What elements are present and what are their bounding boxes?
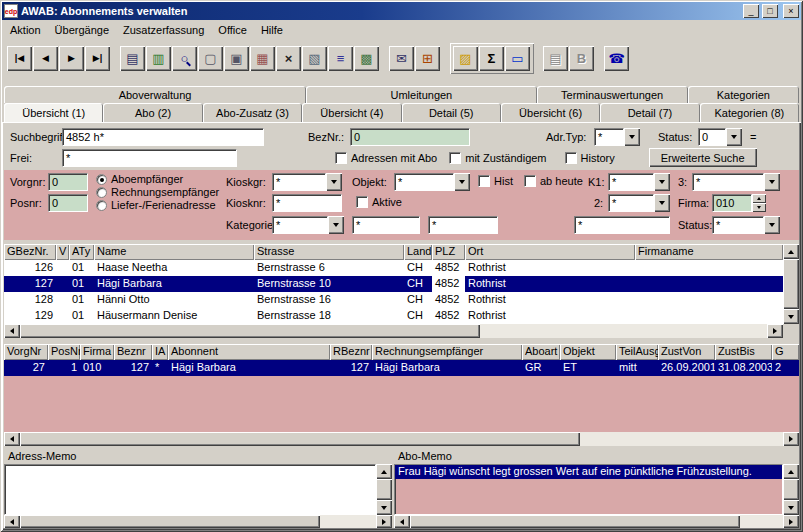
scrollbar-thumb[interactable]: [20, 515, 320, 528]
address-table-hscrollbar[interactable]: [4, 324, 783, 338]
tab-aboverwaltung[interactable]: Aboverwaltung: [4, 86, 306, 103]
firma-input[interactable]: 010: [712, 194, 752, 212]
scrollbar-track[interactable]: [320, 515, 376, 528]
adress-memo-vscrollbar[interactable]: [376, 464, 392, 515]
status-dropdown-button[interactable]: [726, 128, 742, 146]
filter-extra1-input[interactable]: *: [352, 216, 420, 234]
scrollbar-track[interactable]: [740, 515, 783, 528]
previous-record-button[interactable]: ◀: [33, 46, 58, 71]
abo-table-hscrollbar[interactable]: [4, 432, 799, 446]
table-row[interactable]: 129 01 Häusermann Denise Bernstrasse 18 …: [4, 308, 783, 324]
k1-dropdown-button[interactable]: [654, 173, 670, 191]
scroll-up-button[interactable]: [783, 244, 799, 259]
scrollbar-track[interactable]: [480, 324, 767, 338]
tab-abo-2[interactable]: Abo (2): [103, 103, 202, 122]
scroll-left-button[interactable]: [4, 324, 20, 338]
kategorie-value[interactable]: *: [272, 216, 328, 234]
abo-memo-vscrollbar[interactable]: [783, 464, 799, 515]
kioskgr-dropdown-button[interactable]: [326, 173, 342, 191]
copy-record-button[interactable]: ▣: [224, 46, 249, 71]
column-header[interactable]: IA: [152, 344, 168, 360]
frei-input[interactable]: *: [62, 149, 237, 167]
tab-kategorien[interactable]: Kategorien: [688, 86, 799, 103]
liefer-ferienadresse-radio[interactable]: Liefer-/Ferienadresse: [96, 199, 216, 211]
firma-spinner-up-button[interactable]: [752, 194, 766, 203]
adrtyp-dropdown-button[interactable]: [624, 128, 640, 146]
column-header[interactable]: RBeznr: [330, 344, 372, 360]
table-row[interactable]: 126 01 Haase Neetha Bernstrasse 6 CH 485…: [4, 260, 783, 276]
tab-uebersicht-4[interactable]: Übersicht (4): [302, 103, 401, 122]
close-button[interactable]: ×: [783, 4, 799, 18]
column-header[interactable]: VorgNr: [4, 344, 48, 360]
column-header[interactable]: Name: [94, 244, 254, 260]
scroll-right-button[interactable]: [767, 324, 783, 338]
tab-uebersicht-1[interactable]: Übersicht (1): [4, 103, 103, 122]
k3-value[interactable]: *: [692, 173, 764, 191]
aktive-checkbox[interactable]: Aktive: [356, 196, 402, 208]
scroll-up-button[interactable]: [783, 464, 799, 479]
next-record-button[interactable]: ▶: [59, 46, 84, 71]
adrtyp-value[interactable]: *: [594, 128, 624, 146]
scroll-left-button[interactable]: [4, 515, 20, 528]
list-view-button[interactable]: ≡: [328, 46, 353, 71]
column-header[interactable]: Firma: [80, 344, 114, 360]
tab-uebersicht-6[interactable]: Übersicht (6): [501, 103, 600, 122]
scroll-left-button[interactable]: [4, 432, 20, 446]
adress-memo-hscrollbar[interactable]: [4, 515, 392, 528]
status-value[interactable]: 0: [698, 128, 726, 146]
objekt-value[interactable]: *: [394, 173, 454, 191]
mit-zustaendigem-checkbox[interactable]: mit Zuständigem: [449, 152, 546, 164]
abo-memo-text[interactable]: Frau Hägi wünscht legt grossen Wert auf …: [394, 464, 783, 515]
scrollbar-thumb[interactable]: [20, 432, 580, 446]
filter-extra2-input[interactable]: *: [428, 216, 498, 234]
scroll-right-button[interactable]: [783, 515, 799, 528]
scroll-up-button[interactable]: [376, 464, 392, 479]
app-icon[interactable]: edp: [4, 4, 18, 18]
filter-extra3-input[interactable]: *: [574, 216, 670, 234]
aboempfaenger-radio[interactable]: Aboempfänger: [96, 173, 183, 185]
scrollbar-thumb[interactable]: [410, 515, 740, 528]
adressen-mit-abo-checkbox[interactable]: Adressen mit Abo: [335, 152, 437, 164]
column-header[interactable]: PLZ: [432, 244, 465, 260]
tab-kategorien-8[interactable]: Kategorien (8): [700, 103, 799, 122]
maximize-button[interactable]: □: [762, 4, 778, 18]
edit-table-button[interactable]: ▩: [354, 46, 379, 71]
history-checkbox[interactable]: History: [565, 152, 615, 164]
column-header[interactable]: GBezNr.: [4, 244, 56, 260]
filter-status-value[interactable]: *: [712, 216, 764, 234]
firma-spinner-down-button[interactable]: [752, 203, 766, 212]
scroll-down-button[interactable]: [783, 500, 799, 515]
column-header[interactable]: TeilAusg: [616, 344, 658, 360]
column-header[interactable]: ZustVon: [658, 344, 715, 360]
column-header[interactable]: ZustBis: [715, 344, 772, 360]
column-header[interactable]: Abonnent: [168, 344, 330, 360]
abo-memo-hscrollbar[interactable]: [394, 515, 799, 528]
rechnungsempfaenger-radio[interactable]: Rechnungsempfänger: [96, 186, 219, 198]
menu-uebergaenge[interactable]: Übergänge: [48, 21, 116, 39]
column-header[interactable]: G: [772, 344, 799, 360]
table-row[interactable]: 128 01 Hänni Otto Bernstrasse 16 CH 4852…: [4, 292, 783, 308]
k2-value[interactable]: *: [608, 194, 654, 212]
tab-abo-zusatz-3[interactable]: Abo-Zusatz (3): [203, 103, 302, 122]
table-row-selected[interactable]: 27 1 010 127 * Hägi Barbara 127 Hägi Bar…: [4, 360, 799, 376]
scroll-down-button[interactable]: [783, 309, 799, 324]
adress-memo-text[interactable]: [4, 464, 376, 515]
ab-heute-checkbox[interactable]: ab heute: [524, 175, 583, 187]
filter-status-dropdown-button[interactable]: [764, 216, 780, 234]
posnr-input[interactable]: 0: [48, 194, 88, 212]
column-header[interactable]: Land: [404, 244, 432, 260]
scroll-down-button[interactable]: [376, 500, 392, 515]
scrollbar-thumb[interactable]: [783, 479, 799, 500]
search-button[interactable]: ○: [172, 46, 197, 71]
sum-button[interactable]: Σ: [479, 46, 504, 71]
objekt-dropdown-button[interactable]: [454, 173, 470, 191]
suchbegriff-input[interactable]: 4852 h*: [62, 128, 264, 146]
note-button[interactable]: ▨: [453, 46, 478, 71]
menu-zusatzerfassung[interactable]: Zusatzerfassung: [116, 21, 211, 39]
scrollbar-track[interactable]: [580, 432, 783, 446]
kioskgr-value[interactable]: *: [272, 173, 326, 191]
k2-dropdown-button[interactable]: [654, 194, 670, 212]
column-header[interactable]: Rechnungsempfänger: [372, 344, 522, 360]
table-row-selected[interactable]: 127 01 Hägi Barbara Bernstrasse 10 CH 48…: [4, 276, 783, 292]
titlebar[interactable]: edp AWAB: Abonnements verwalten _ □ ×: [2, 2, 801, 20]
